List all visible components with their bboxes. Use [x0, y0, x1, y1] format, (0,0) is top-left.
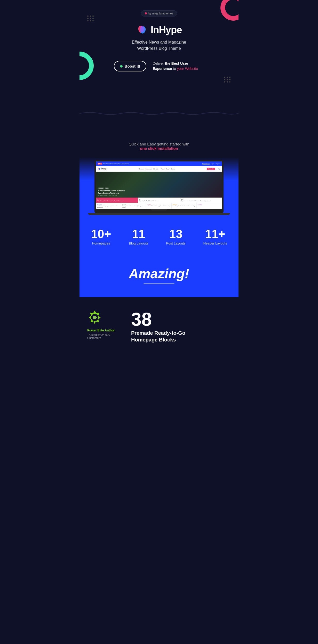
- stat-homepages-label: Homepages: [91, 241, 111, 245]
- mini-card-2: 02 Supporting the People Behind the Prod…: [138, 198, 180, 203]
- stat-blog-layouts: 11 Blog Layouts: [129, 228, 148, 245]
- stat-header-label: Header Layouts: [203, 241, 227, 245]
- stat-header-number: 11+: [203, 228, 227, 240]
- install-section: Quick and Easy getting started with one …: [80, 134, 239, 157]
- mini-post-4: ● lifestyle Five Things You Need to Know…: [172, 203, 197, 209]
- stat-header-layouts: 11+ Header Layouts: [203, 228, 227, 245]
- stat-blog-label: Blog Layouts: [129, 241, 148, 245]
- stat-blog-number: 11: [129, 228, 148, 240]
- mini-nav-items: Demos ▾ Features ▾ Lifestyle ▾ Travel Ab…: [109, 168, 204, 170]
- mini-login: Login: [211, 163, 214, 165]
- mini-post-1: ● business How fashion startups got acce…: [96, 203, 121, 209]
- by-magnium-badge: by magniumthemes: [141, 10, 177, 17]
- install-prefix: Quick and Easy getting started with: [129, 142, 189, 146]
- mini-card-3: 03 Apple expands and updates its 'Everyo…: [180, 198, 222, 203]
- mini-hero: business video If You Were to Start a Bu…: [96, 172, 222, 198]
- bottom-section: Power Elite Author Trusted by 24 000+ Cu…: [80, 297, 239, 356]
- tagline-prefix: Deliver: [153, 61, 165, 66]
- mini-topbar-badge: NEW: [98, 163, 102, 165]
- deco-dots-bottomright: [224, 77, 231, 83]
- subtitle-line2: WordPress Blog Theme: [85, 45, 233, 52]
- amazing-text: Amazing!: [85, 266, 233, 281]
- svg-point-2: [140, 26, 144, 32]
- deco-dots-topleft: [87, 15, 94, 21]
- mini-post-3: ● video A Place Where Technology Meets C…: [146, 203, 172, 209]
- mini-register: Register: [216, 163, 220, 165]
- hero-section: by magniumthemes InHype Effective News a…: [80, 0, 239, 134]
- mini-post-2: ● travel 12 ways to travel more sustaina…: [121, 203, 147, 209]
- boost-label: Boost it!: [125, 64, 140, 68]
- mini-nav-subscribe: Subscribe: [207, 168, 215, 170]
- blocks-label: Premade Ready-to-Go Homepage Blocks: [131, 330, 231, 343]
- blocks-label-line2: Homepage Blocks: [131, 337, 176, 343]
- mini-cards-row: 01 If You Were to Start a Business From …: [96, 198, 222, 203]
- mini-posts-row: ● business How fashion startups got acce…: [96, 203, 222, 209]
- svg-rect-7: [93, 316, 96, 317]
- mini-hero-title: If You Were to Start a Business From Scr…: [98, 190, 129, 194]
- mini-nav-lifestyle: Lifestyle ▾: [153, 168, 159, 170]
- mini-card-title-1: If You Were to Start a Business From Scr…: [97, 200, 137, 202]
- mini-nav-logo-text: InHype: [101, 168, 107, 170]
- tagline-suffix: to: [172, 67, 177, 71]
- by-badge-container: by magniumthemes: [85, 10, 233, 17]
- laptop-base: [88, 213, 230, 215]
- stat-post-layouts: 13 Post Layouts: [166, 228, 186, 245]
- svg-rect-9: [93, 318, 96, 319]
- inhype-logo-icon: [136, 24, 148, 36]
- mini-topbar: NEW Incredible offer for our exclusive s…: [96, 161, 222, 166]
- mini-hero-meta: By Inhype · October 1, 2019 · 3 Min read: [98, 195, 129, 196]
- mini-nav-logo: InHype: [98, 168, 107, 170]
- mini-badge-business: business: [98, 188, 104, 189]
- boost-dot-icon: [120, 65, 123, 68]
- stat-post-label: Post Layouts: [166, 241, 186, 245]
- author-block: Power Elite Author Trusted by 24 000+ Cu…: [87, 310, 123, 339]
- mini-nav-features: Features ▾: [146, 168, 152, 170]
- laptop-frame: [94, 209, 224, 213]
- mini-post-title-3: A Place Where Technology Meets Craftsman…: [147, 206, 170, 207]
- blocks-label-line1: Premade Ready-to-Go: [131, 330, 185, 336]
- amazing-section: Amazing!: [80, 263, 239, 297]
- install-highlight: one click installation: [140, 146, 178, 151]
- mini-post-title-1: How fashion startups got accepted into t…: [97, 206, 120, 208]
- mini-post-title-4: Five Things You Need to Know to Start Yo…: [173, 206, 196, 207]
- trusted-text: Trusted by 24 000+ Customers: [87, 333, 123, 339]
- mini-nav-contact: Contact: [171, 168, 175, 170]
- laptop-section: NEW Incredible offer for our exclusive s…: [80, 157, 239, 215]
- stats-section: 10+ Homepages 11 Blog Layouts 13 Post La…: [80, 215, 239, 263]
- mini-search-icon: 🔍: [218, 168, 220, 170]
- hero-subtitle: Effective News and Magazine WordPress Bl…: [85, 39, 233, 52]
- mini-nav-about: About: [166, 168, 169, 170]
- mini-badge-video: video: [105, 188, 109, 189]
- badge-dot-icon: [145, 12, 147, 14]
- mini-post-5: ● markets: [197, 203, 222, 209]
- mini-browser: NEW Incredible offer for our exclusive s…: [96, 161, 222, 209]
- install-text: Quick and Easy getting started with one …: [85, 142, 233, 151]
- mini-read-more: Read More >: [202, 163, 210, 165]
- deco-circle-teal: [80, 52, 94, 80]
- hero-tagline: Deliver the Best User Experience to your…: [153, 61, 204, 71]
- stat-post-number: 13: [166, 228, 186, 240]
- tagline-highlight: your Website: [177, 67, 198, 71]
- logo-text: InHype: [151, 25, 182, 36]
- mini-topbar-links: Login Register: [211, 163, 220, 165]
- subtitle-line1: Effective News and Magazine: [85, 39, 233, 45]
- badge-text: by magniumthemes: [148, 12, 173, 15]
- mini-topbar-text: Incredible offer for our exclusive subsc…: [103, 163, 201, 165]
- amazing-underline: [144, 283, 174, 284]
- boost-button[interactable]: Boost it!: [114, 61, 147, 71]
- power-elite-badge-icon: [87, 310, 102, 325]
- blocks-block: 38 Premade Ready-to-Go Homepage Blocks: [131, 310, 231, 343]
- mini-card-title-2: Supporting the People Behind the Product: [139, 200, 179, 202]
- mini-nav: InHype Demos ▾ Features ▾ Lifestyle ▾ Tr…: [96, 166, 222, 172]
- mini-hero-overlay: business video If You Were to Start a Bu…: [96, 186, 131, 198]
- power-elite-label: Power Elite Author: [87, 329, 123, 332]
- mini-post-title-2: 12 ways to travel more sustainably that …: [122, 206, 145, 208]
- mini-hero-badges: business video: [98, 188, 129, 189]
- logo-area: InHype: [85, 24, 233, 36]
- svg-rect-8: [93, 317, 97, 318]
- deco-circle-pink: [220, 0, 239, 21]
- mini-card-title-3: Apple expands and updates its 'Everyone …: [181, 200, 221, 202]
- laptop-screen: NEW Incredible offer for our exclusive s…: [94, 160, 224, 209]
- mini-nav-demos: Demos ▾: [139, 168, 144, 170]
- laptop-wrapper: NEW Incredible offer for our exclusive s…: [94, 160, 224, 215]
